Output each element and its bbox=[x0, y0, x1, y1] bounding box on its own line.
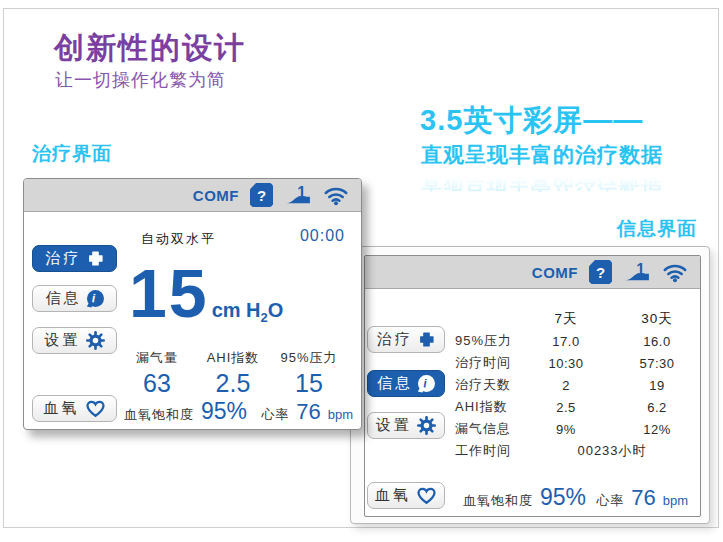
nav-button-label: 设置 bbox=[376, 416, 412, 435]
info-screen-card: COMF ? 1 治疗 信息 bbox=[350, 246, 710, 524]
nav-button-therapy[interactable]: 治疗 bbox=[32, 245, 117, 272]
statistics-table: 7天 30天 95%压力 17.0 16.0 治疗时间 10:30 57:30 … bbox=[455, 308, 701, 462]
ramp-icon: 1 bbox=[623, 261, 651, 283]
spo2-group: 血氧饱和度 95% bbox=[124, 398, 247, 425]
spo2-group: 血氧饱和度 95% bbox=[463, 484, 586, 511]
nav-button-oximetry[interactable]: 血氧 bbox=[32, 395, 117, 422]
info-icon: i bbox=[418, 375, 435, 392]
row-value-30d: 6.2 bbox=[611, 400, 701, 415]
heart-icon bbox=[85, 399, 106, 418]
brand-logo: COMF bbox=[193, 187, 239, 204]
page-subtitle: 让一切操作化繁为简 bbox=[55, 68, 226, 92]
row-value-30d: 12% bbox=[611, 422, 701, 437]
nav-button-label: 设置 bbox=[45, 331, 81, 350]
row-value-7d: 17.0 bbox=[521, 334, 611, 349]
row-value-30d: 57:30 bbox=[611, 356, 701, 371]
pressure-display: 15 cm H2O bbox=[129, 259, 283, 327]
row-value-30d: 19 bbox=[611, 378, 701, 393]
oximetry-row: 血氧饱和度 95% 心率 76bpm bbox=[124, 398, 353, 425]
sd-card-help-icon: ? bbox=[589, 260, 612, 284]
stats-row: 漏气量 63 AHI指数 2.5 95%压力 15 bbox=[119, 349, 347, 398]
info-icon: i bbox=[87, 290, 104, 307]
column-header-30d: 30天 bbox=[611, 310, 701, 328]
runtime-label: 工作时间 bbox=[455, 442, 521, 460]
therapy-screen-label: 治疗界面 bbox=[32, 141, 112, 167]
therapy-screen: COMF ? 1 自动双水平 00:00 治疗 信息 i bbox=[23, 178, 362, 430]
pressure-unit: cm H2O bbox=[212, 299, 284, 325]
row-label: 治疗时间 bbox=[455, 354, 521, 372]
medical-cross-icon bbox=[87, 250, 104, 267]
wifi-icon bbox=[662, 262, 688, 283]
nav-button-label: 血氧 bbox=[375, 486, 411, 505]
info-screen-label: 信息界面 bbox=[617, 216, 697, 242]
heart-icon bbox=[416, 486, 437, 505]
nav-button-info[interactable]: 信息 i bbox=[367, 370, 445, 397]
pressure-value: 15 bbox=[129, 259, 209, 327]
feature-title: 3.5英寸彩屏—— bbox=[420, 101, 643, 141]
nav-button-oximetry[interactable]: 血氧 bbox=[367, 482, 445, 509]
stat-pressure95: 95%压力 15 bbox=[271, 349, 347, 398]
nav-button-info[interactable]: 信息 i bbox=[32, 285, 117, 312]
feature-subtitle: 直观呈现丰富的治疗数据 bbox=[421, 141, 663, 169]
therapy-timer: 00:00 bbox=[300, 227, 345, 245]
runtime-value: 00233小时 bbox=[521, 442, 701, 460]
row-label: 95%压力 bbox=[455, 332, 521, 350]
nav-button-therapy[interactable]: 治疗 bbox=[367, 326, 445, 353]
brand-logo: COMF bbox=[532, 264, 578, 281]
nav-button-label: 血氧 bbox=[44, 399, 80, 418]
row-value-7d: 2.5 bbox=[521, 400, 611, 415]
heart-rate-group: 心率 76bpm bbox=[261, 399, 353, 425]
row-label: 漏气信息 bbox=[455, 420, 521, 438]
nav-button-label: 信息 bbox=[377, 374, 413, 393]
gear-icon bbox=[417, 416, 436, 435]
gear-icon bbox=[86, 331, 105, 350]
row-value-7d: 9% bbox=[521, 422, 611, 437]
nav-button-label: 治疗 bbox=[377, 330, 413, 349]
stat-ahi: AHI指数 2.5 bbox=[195, 349, 271, 398]
therapy-mode-text: 自动双水平 bbox=[141, 230, 216, 248]
heart-rate-group: 心率 76bpm bbox=[596, 485, 688, 511]
info-screen: COMF ? 1 治疗 信息 bbox=[364, 255, 701, 517]
nav-button-label: 信息 bbox=[46, 289, 82, 308]
row-label: AHI指数 bbox=[455, 398, 521, 416]
slide: 创新性的设计 让一切操作化繁为简 3.5英寸彩屏—— 直观呈现丰富的治疗数据 直… bbox=[0, 0, 723, 542]
nav-button-label: 治疗 bbox=[46, 249, 82, 268]
status-bar: COMF ? 1 bbox=[24, 179, 361, 212]
row-value-7d: 2 bbox=[521, 378, 611, 393]
row-label: 治疗天数 bbox=[455, 376, 521, 394]
wifi-icon bbox=[323, 185, 349, 206]
oximetry-row: 血氧饱和度 95% 心率 76bpm bbox=[463, 484, 688, 511]
row-value-7d: 10:30 bbox=[521, 356, 611, 371]
medical-cross-icon bbox=[418, 331, 435, 348]
sd-card-help-icon: ? bbox=[250, 183, 273, 207]
feature-subtitle-reflection: 直观呈现丰富的治疗数据 bbox=[421, 167, 663, 195]
nav-button-settings[interactable]: 设置 bbox=[32, 327, 117, 354]
stat-leak: 漏气量 63 bbox=[119, 349, 195, 398]
column-header-7d: 7天 bbox=[521, 310, 611, 328]
nav-button-settings[interactable]: 设置 bbox=[367, 412, 445, 439]
status-bar: COMF ? 1 bbox=[365, 256, 700, 289]
page-title: 创新性的设计 bbox=[54, 28, 246, 69]
row-value-30d: 16.0 bbox=[611, 334, 701, 349]
ramp-icon: 1 bbox=[284, 184, 312, 206]
